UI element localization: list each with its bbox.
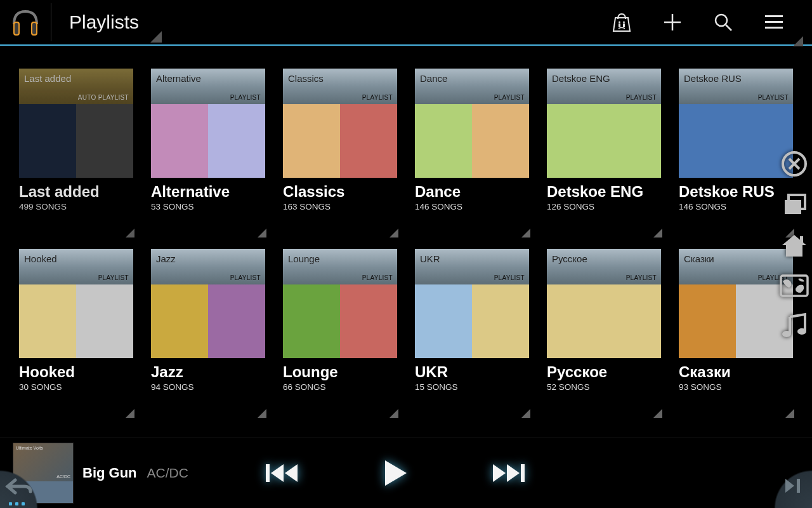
tile-name: Last added: [24, 73, 128, 84]
tile-name: Сказки: [684, 253, 788, 264]
svg-rect-19: [266, 464, 270, 482]
playlist-context-menu[interactable]: [124, 408, 134, 418]
side-dock: [776, 146, 812, 344]
playlist-card[interactable]: Русское PLAYLIST Русское 52 SONGS: [547, 249, 661, 415]
playlist-song-count: 66 SONGS: [283, 382, 397, 392]
store-button[interactable]: [596, 0, 647, 45]
tile-name: Lounge: [288, 253, 392, 264]
svg-rect-11: [765, 27, 783, 29]
svg-point-6: [619, 22, 620, 23]
tile-name: Detskoe ENG: [552, 73, 656, 84]
system-next-corner[interactable]: [755, 451, 812, 508]
tile-name: Alternative: [156, 73, 260, 84]
dock-close-button[interactable]: [776, 146, 812, 182]
playlist-card[interactable]: Detskoe RUS PLAYLIST Detskoe RUS 146 SON…: [679, 69, 793, 235]
dock-home-button[interactable]: [776, 227, 812, 263]
transport-controls: [265, 458, 526, 488]
playlist-card[interactable]: Dance PLAYLIST Dance 146 SONGS: [415, 69, 529, 235]
svg-rect-20: [521, 464, 525, 482]
playlist-title: Dance: [415, 183, 529, 201]
playlist-title: Alternative: [151, 183, 265, 201]
app-icon[interactable]: [0, 0, 51, 45]
overflow-menu-button[interactable]: [749, 0, 799, 45]
tile-name: Русское: [552, 253, 656, 264]
playlist-grid: Last added AUTO PLAYLIST Last added 499 …: [0, 46, 812, 415]
system-back-corner[interactable]: [0, 451, 57, 508]
tile-name: UKR: [420, 253, 524, 264]
tile-type-label: PLAYLIST: [362, 94, 393, 101]
album-name: Ultimate Volts: [16, 446, 43, 450]
playlist-song-count: 146 SONGS: [415, 202, 529, 211]
skip-previous-icon: [265, 460, 299, 486]
tile-art-right: [340, 104, 397, 178]
next-track-button[interactable]: [492, 460, 526, 486]
playlist-card[interactable]: Jazz PLAYLIST Jazz 94 SONGS: [151, 249, 265, 415]
playlist-song-count: 499 SONGS: [19, 202, 133, 211]
playlist-title: Сказки: [679, 363, 793, 381]
tile-art-left: [19, 284, 76, 358]
tile-type-label: AUTO PLAYLIST: [78, 94, 129, 101]
svg-point-8: [716, 15, 727, 26]
search-button[interactable]: [698, 0, 749, 45]
tile-type-label: PLAYLIST: [494, 274, 525, 281]
svg-rect-16: [781, 276, 808, 296]
section-dropdown[interactable]: Playlists: [54, 0, 164, 45]
playlist-title: Русское: [547, 363, 661, 381]
svg-rect-2: [15, 23, 18, 34]
playlist-card[interactable]: UKR PLAYLIST UKR 15 SONGS: [415, 249, 529, 415]
playlist-song-count: 126 SONGS: [547, 202, 661, 211]
menu-lines-icon: [764, 13, 784, 31]
playlist-card[interactable]: Last added AUTO PLAYLIST Last added 499 …: [19, 69, 133, 235]
plus-icon: [662, 11, 683, 33]
playlist-song-count: 15 SONGS: [415, 382, 529, 392]
tile-name: Detskoe RUS: [684, 73, 788, 84]
playlist-card[interactable]: Lounge PLAYLIST Lounge 66 SONGS: [283, 249, 397, 415]
tile-art-left: [283, 104, 340, 178]
playlist-context-menu[interactable]: [520, 227, 530, 237]
playlist-card[interactable]: Hooked PLAYLIST Hooked 30 SONGS: [19, 249, 133, 415]
svg-point-17: [782, 331, 791, 337]
playlist-title: Detskoe RUS: [679, 183, 793, 201]
divider: [51, 3, 51, 41]
tile-type-label: PLAYLIST: [98, 274, 129, 281]
dock-windows-button[interactable]: [776, 187, 812, 222]
playlist-context-menu[interactable]: [520, 408, 530, 418]
now-playing-bar[interactable]: Ultimate Volts AC/DC Big Gun AC/DC: [0, 437, 812, 508]
playlist-song-count: 94 SONGS: [151, 382, 265, 392]
playlist-context-menu[interactable]: [652, 408, 662, 418]
playlist-context-menu[interactable]: [652, 227, 662, 237]
dock-map-button[interactable]: [776, 268, 812, 304]
skip-next-icon: [492, 460, 526, 486]
playlist-context-menu[interactable]: [256, 408, 266, 418]
home-icon: [780, 231, 809, 259]
playlist-context-menu[interactable]: [388, 227, 398, 237]
tile-type-label: PLAYLIST: [230, 274, 261, 281]
tile-name: Classics: [288, 73, 392, 84]
previous-track-button[interactable]: [265, 460, 299, 486]
playlist-title: UKR: [415, 363, 529, 381]
tile-art-right: [208, 284, 265, 358]
tile-type-label: PLAYLIST: [626, 94, 657, 101]
playlist-context-menu[interactable]: [256, 227, 266, 237]
playlist-context-menu[interactable]: [124, 227, 134, 237]
playlist-card[interactable]: Classics PLAYLIST Classics 163 SONGS: [283, 69, 397, 235]
dropdown-indicator-icon: [793, 36, 803, 46]
album-artist: AC/DC: [56, 474, 70, 479]
back-arrow-icon: [5, 478, 33, 495]
play-button[interactable]: [381, 458, 409, 488]
now-playing-track: Big Gun: [82, 465, 137, 481]
close-circle-icon: [780, 150, 808, 178]
playlist-card[interactable]: Alternative PLAYLIST Alternative 53 SONG…: [151, 69, 265, 235]
playlist-song-count: 93 SONGS: [679, 382, 793, 392]
tile-art-left: [415, 284, 472, 358]
playlist-context-menu[interactable]: [388, 408, 398, 418]
dock-music-button[interactable]: [776, 309, 812, 344]
svg-rect-15: [800, 236, 803, 243]
playlist-context-menu[interactable]: [784, 408, 794, 418]
playlist-card[interactable]: Detskoe ENG PLAYLIST Detskoe ENG 126 SON…: [547, 69, 661, 235]
headphones-icon: [10, 8, 41, 37]
playlist-card[interactable]: Сказки PLAYLIST Сказки 93 SONGS: [679, 249, 793, 415]
tile-art-left: [547, 284, 604, 358]
playlist-song-count: 30 SONGS: [19, 382, 133, 392]
new-playlist-button[interactable]: [647, 0, 698, 45]
